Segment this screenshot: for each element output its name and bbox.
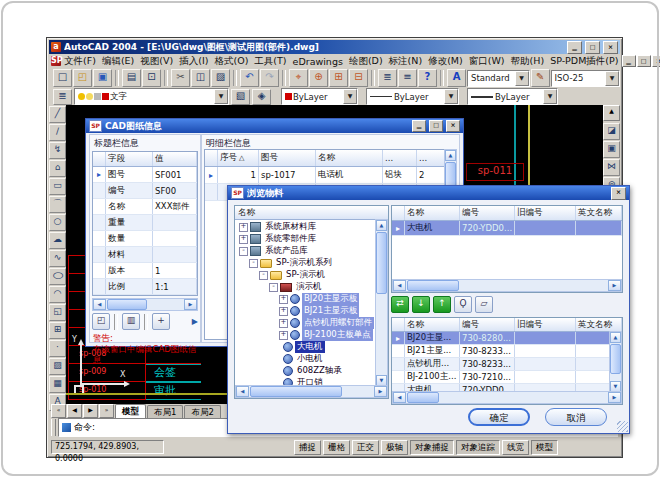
table-row[interactable]: ▸图号SF001 [93,167,197,183]
layer-combo[interactable]: 文字 ▼ [74,88,229,105]
column-header-oldcode[interactable]: 旧编号 [515,318,576,331]
cut-button[interactable]: ✂ [171,69,190,87]
linetype-combo[interactable]: ByLayer ▼ [366,88,459,105]
chevron-down-icon[interactable]: ▼ [543,89,557,104]
column-header-value[interactable]: 值 [153,152,197,166]
scroll-thumb[interactable] [107,299,147,310]
circle-button[interactable]: ○ [49,214,66,231]
more-icon[interactable]: ▶ [192,317,198,326]
open-button[interactable]: ◰ [73,69,92,87]
table-row[interactable]: BJ21主显... 730-8233... [392,345,622,358]
tree-item[interactable]: +BJ20主显示板 [237,293,388,305]
tree-item[interactable]: -SP-演示机系列 [237,257,388,269]
scroll-up-icon[interactable]: ▲ [610,332,621,343]
expand-icon[interactable]: + [279,307,288,316]
polar-toggle[interactable]: 极轴 [381,440,408,455]
column-header-code[interactable]: 编号 [460,318,515,331]
horizontal-scrollbar[interactable]: ◀ ▶ [392,391,622,404]
collapse-icon[interactable]: - [249,259,258,268]
column-header-qty[interactable]: ... [417,150,445,166]
scroll-thumb[interactable] [610,344,621,374]
scroll-up-icon[interactable]: ▲ [445,150,456,161]
column-header-engname[interactable]: 英文名称 [576,318,622,331]
column-header-drawno[interactable]: 图号 [259,150,316,166]
resize-grip[interactable] [617,421,628,432]
child-restore-button[interactable]: □ [637,55,651,67]
preview-button[interactable]: ⊡ [142,69,161,87]
tree-header[interactable]: 名称 [235,206,388,220]
table-row-selected[interactable]: ▸ BJ20主显... 730-8280... [392,332,622,345]
close-button[interactable]: × [603,41,618,54]
new-button[interactable]: □ [53,69,72,87]
restore-button[interactable]: □ [585,41,600,54]
scroll-right-icon[interactable]: ▶ [608,280,621,291]
point-button[interactable]: · [49,340,66,357]
hatch-button[interactable]: ▨ [49,358,66,375]
table-row[interactable]: BJ-2100主... 730-7210... [392,371,622,384]
open-template-button[interactable]: ◰ [92,313,110,330]
column-header-name[interactable]: 名称 [316,150,383,166]
polyline-button[interactable]: ↯ [49,142,66,159]
ok-button[interactable]: 确定 [468,408,530,426]
scroll-thumb[interactable] [250,386,342,397]
close-button[interactable]: × [611,187,626,200]
text-style-combo[interactable]: Standard▼ [467,70,530,87]
line-button[interactable]: ╱ [49,106,66,123]
color-combo[interactable]: ByLayer ▼ [281,88,358,105]
horizontal-scrollbar[interactable]: ◀ ▶ [92,298,198,311]
tree-item[interactable]: -SP-演示机 [237,269,388,281]
search-icon[interactable]: Ϙ [454,296,472,313]
scroll-right-icon[interactable]: ▶ [608,392,621,403]
scroll-right-icon[interactable]: ▶ [184,299,197,310]
table-row-selected[interactable]: ▸ 大电机 720-YDD0... [392,221,622,236]
horizontal-scrollbar[interactable]: ◀ ▶ [392,279,622,292]
grid-toggle[interactable]: 栅格 [323,440,350,455]
dim-style-combo[interactable]: ISO-25▼ [551,70,620,87]
close-button[interactable]: × [446,120,460,132]
scroll-left-icon[interactable]: ◀ [393,392,406,403]
table-row[interactable]: 版本1 [93,263,197,279]
vertical-scrollbar[interactable]: ▲ ▼ [609,331,622,393]
menu-view[interactable]: 视图(V) [137,55,176,68]
cancel-button[interactable]: 取消 [545,408,607,426]
undo-button[interactable]: ↶ [240,69,259,87]
tree-item[interactable]: -演示机 [237,281,388,293]
scroll-right-icon[interactable]: ▶ [374,386,387,397]
toolbar-grip[interactable] [51,419,56,436]
table-row[interactable]: 比例1:1 [93,279,197,295]
tree-item[interactable]: +BJ21主显示板 [237,305,388,317]
collapse-icon[interactable]: - [259,271,268,280]
refresh-icon[interactable]: ⇄ [391,296,409,313]
minimize-button[interactable]: ▁ [412,120,426,132]
ellipse-arc-button[interactable]: ◠ [49,286,66,303]
chevron-down-icon[interactable]: ▼ [444,89,458,104]
spline-button[interactable]: ∿ [49,250,66,267]
ortho-toggle[interactable]: 正交 [352,440,379,455]
expand-icon[interactable]: + [239,223,248,232]
columns-button[interactable]: ▥ [122,313,140,330]
menu-tools[interactable]: 工具(T) [251,55,289,68]
paste-button[interactable]: ▨ [211,69,230,87]
move-down-icon[interactable]: ↓ [412,296,430,313]
chevron-down-icon[interactable]: ▼ [515,71,529,86]
menu-edrawings[interactable]: eDrawings [290,56,346,67]
table-row[interactable]: 名称XXX部件 [93,199,197,215]
maximize-button[interactable]: □ [429,120,443,132]
tree-item[interactable]: -系统产品库 [237,245,388,257]
tree-horizontal-scrollbar[interactable]: ◀ ▶ [235,385,388,398]
add-field-button[interactable]: + [152,313,170,330]
scroll-thumb[interactable] [407,280,459,291]
menu-file[interactable]: 文件(F) [61,55,99,68]
collapse-icon[interactable]: - [239,247,248,256]
make-layer-current-button[interactable]: ▧ [231,89,250,105]
revision-cloud-button[interactable]: ☁ [49,232,66,249]
scroll-thumb[interactable] [376,232,387,294]
scroll-up-icon[interactable]: ▲ [603,105,620,121]
chevron-down-icon[interactable]: ▼ [343,89,357,104]
scroll-left-icon[interactable]: ◀ [393,280,406,291]
erase-button[interactable]: ◪ [603,123,620,140]
lineweight-toggle[interactable]: 线宽 [502,440,529,455]
table-row[interactable]: 材料 [93,247,197,263]
ellipse-button[interactable]: ○ [49,268,66,285]
column-header-name[interactable]: 名称 [405,206,460,220]
